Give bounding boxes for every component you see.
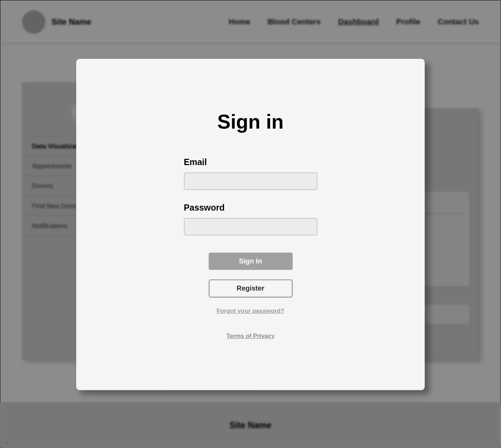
email-label: Email	[184, 157, 317, 168]
signin-button[interactable]: Sign In	[208, 253, 292, 270]
register-button[interactable]: Register	[208, 279, 292, 298]
password-input[interactable]	[184, 218, 317, 235]
forgot-password-link[interactable]: Forgot your password?	[217, 307, 285, 314]
modal-title: Sign in	[217, 110, 284, 133]
password-label: Password	[184, 203, 317, 213]
modal-overlay[interactable]: Sign in Email Password Sign In Register …	[0, 0, 500, 448]
terms-link[interactable]: Terms of Privacy	[226, 332, 275, 339]
signin-modal: Sign in Email Password Sign In Register …	[76, 59, 425, 390]
modal-actions: Sign In Register Forgot your password?	[184, 253, 317, 314]
signin-form: Email Password Sign In Register Forgot y…	[184, 157, 317, 314]
email-input[interactable]	[184, 173, 317, 190]
